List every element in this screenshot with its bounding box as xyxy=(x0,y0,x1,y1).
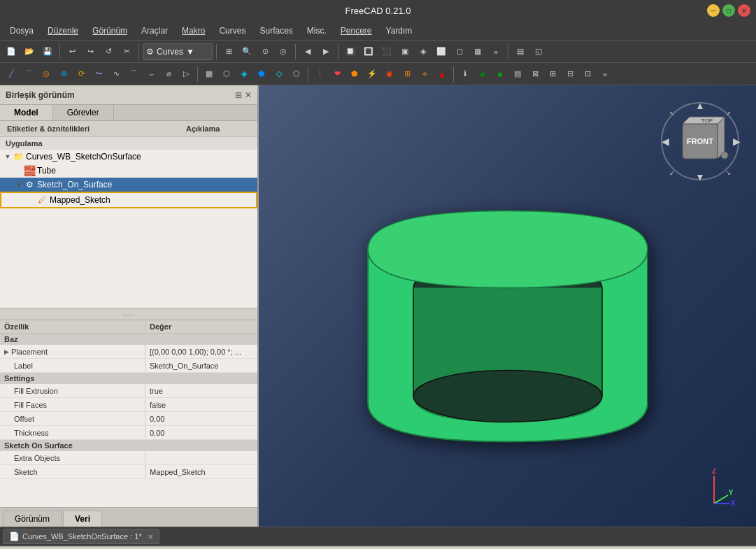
tb-left[interactable]: ◀ xyxy=(299,43,316,60)
curves-tb22[interactable]: ◉ xyxy=(381,66,398,83)
tb-right[interactable]: ▶ xyxy=(318,43,334,60)
curves-tb31[interactable]: ⊞ xyxy=(544,66,561,83)
curves-tb27[interactable]: ■ xyxy=(474,66,491,83)
curves-tb24[interactable]: ⟡ xyxy=(416,66,433,83)
tree-item-root[interactable]: ▼ 📁 Curves_WB_SketchOnSurface xyxy=(0,150,257,164)
tb-3d4[interactable]: ▣ xyxy=(397,43,413,60)
curves-tb30[interactable]: ⊠ xyxy=(527,66,543,83)
menu-pencere[interactable]: Pencere xyxy=(335,24,378,37)
nav-cube[interactable]: ▲ ▼ ◀ ▶ ↖ ↗ ↙ ↘ FRONT xyxy=(658,99,742,183)
bottom-tab-gorunum[interactable]: Görünüm xyxy=(3,511,62,527)
tb-3d3[interactable]: ⬛ xyxy=(378,43,395,60)
tab-gorevler[interactable]: Görevler xyxy=(53,105,114,120)
curves-tb25[interactable]: ▲ xyxy=(434,66,450,83)
curves-tb2[interactable]: ⌒ xyxy=(20,66,37,83)
doc-tab-close[interactable]: ✕ xyxy=(148,533,153,541)
bottom-tab-veri[interactable]: Veri xyxy=(63,511,102,527)
viewport[interactable]: ▲ ▼ ◀ ▶ ↖ ↗ ↙ ↘ FRONT xyxy=(259,85,756,527)
curves-tb7[interactable]: ∿ xyxy=(108,66,124,83)
tb-nav3[interactable]: ⊙ xyxy=(257,43,273,60)
expander-sketch[interactable]: ▼ xyxy=(14,180,24,190)
workbench-dropdown[interactable]: ⚙ Curves ▼ xyxy=(143,43,213,60)
tb-nav2[interactable]: 🔍 xyxy=(238,43,255,60)
tb-cut[interactable]: ✂ xyxy=(118,43,135,60)
curves-tb1[interactable]: ╱ xyxy=(3,66,20,83)
curves-tb12[interactable]: ▦ xyxy=(201,66,217,83)
curves-tb5[interactable]: ⟳ xyxy=(73,66,90,83)
menu-misc[interactable]: Misc. xyxy=(301,24,332,37)
tb-undo[interactable]: ↩ xyxy=(64,43,80,60)
panel-expand-icon[interactable]: ⊞ xyxy=(235,90,242,100)
doc-tab-item[interactable]: 📄 Curves_WB_SketchOnSurface : 1* ✕ xyxy=(3,529,159,544)
curves-tb11[interactable]: ▷ xyxy=(178,66,194,83)
curves-tb15[interactable]: ⬟ xyxy=(253,66,270,83)
curves-tb8[interactable]: ⌒ xyxy=(125,66,142,83)
props-row-extra-obj[interactable]: Extra Objects xyxy=(0,451,257,465)
curves-tb3[interactable]: ◎ xyxy=(38,66,55,83)
props-row-thickness[interactable]: Thickness 0,00 xyxy=(0,426,257,440)
tree-item-sketch-on-surface[interactable]: ▼ ⚙ Sketch_On_Surface xyxy=(0,178,257,192)
curves-tb9[interactable]: ⌣ xyxy=(143,66,159,83)
tb-3d5[interactable]: ◈ xyxy=(415,43,432,60)
menu-araclar[interactable]: Araçlar xyxy=(136,24,173,37)
curves-tb10[interactable]: ⌀ xyxy=(160,66,177,83)
tb-3d2[interactable]: 🔳 xyxy=(360,43,377,60)
curves-tb16[interactable]: ◇ xyxy=(271,66,287,83)
menu-yardim[interactable]: Yardım xyxy=(380,24,418,37)
tb-extra2[interactable]: ◱ xyxy=(530,43,547,60)
menu-surfaces[interactable]: Surfaces xyxy=(254,24,298,37)
minimize-button[interactable]: ─ xyxy=(707,4,720,17)
tb-refresh[interactable]: ↺ xyxy=(100,43,117,60)
curves-tb20[interactable]: ⬟ xyxy=(346,66,363,83)
tb-nav4[interactable]: ◎ xyxy=(275,43,292,60)
tab-model[interactable]: Model xyxy=(0,105,53,120)
menu-makro[interactable]: Makro xyxy=(176,24,211,37)
curves-tb14[interactable]: ◈ xyxy=(236,66,252,83)
menu-dosya[interactable]: Dosya xyxy=(4,24,39,37)
curves-tb4[interactable]: ⊕ xyxy=(55,66,72,83)
curves-tb19[interactable]: ❤ xyxy=(329,66,345,83)
panel-divider[interactable]: ----- xyxy=(0,308,257,320)
tree-item-mapped-sketch[interactable]: 🖊 Mapped_Sketch xyxy=(0,192,257,208)
props-row-sketch[interactable]: Sketch Mapped_Sketch xyxy=(0,465,257,479)
tb-redo[interactable]: ↪ xyxy=(82,43,99,60)
menu-gorunum[interactable]: Görünüm xyxy=(87,24,133,37)
tb-save[interactable]: 💾 xyxy=(39,43,56,60)
tb-3d8[interactable]: ▦ xyxy=(469,43,486,60)
curves-tb13[interactable]: ⬡ xyxy=(218,66,235,83)
tb-3d7[interactable]: ◻ xyxy=(451,43,468,60)
tb-extra1[interactable]: ▤ xyxy=(512,43,529,60)
tree-item-tube[interactable]: 🧱 Tube xyxy=(0,164,257,178)
props-row-placement[interactable]: ▶ Placement [(0,00 0,00 1,00); 0,00 °; .… xyxy=(0,345,257,359)
close-button[interactable]: ✕ xyxy=(738,4,750,17)
expander-root[interactable]: ▼ xyxy=(3,152,13,162)
props-row-fill-ext[interactable]: Fill Extrusion true xyxy=(0,384,257,398)
props-row-label[interactable]: Label Sketch_On_Surface xyxy=(0,359,257,373)
props-row-fill-faces[interactable]: Fill Faces false xyxy=(0,398,257,412)
curves-tb32[interactable]: ⊟ xyxy=(562,66,578,83)
tb-3d6[interactable]: ⬜ xyxy=(433,43,450,60)
props-row-offset[interactable]: Offset 0,00 xyxy=(0,412,257,426)
curves-tb33[interactable]: ⊡ xyxy=(579,66,596,83)
curves-tb28[interactable]: ■ xyxy=(492,66,508,83)
doc-tab-icon: 📄 xyxy=(9,532,20,541)
curves-tb6[interactable]: 〜 xyxy=(90,66,107,83)
tb-nav1[interactable]: ⊞ xyxy=(220,43,237,60)
curves-tb17[interactable]: ⬠ xyxy=(288,66,305,83)
curves-tb26[interactable]: ℹ xyxy=(457,66,473,83)
curves-tb23[interactable]: ⊞ xyxy=(399,66,415,83)
tb-open[interactable]: 📂 xyxy=(21,43,38,60)
curves-tb-more[interactable]: » xyxy=(597,66,613,83)
menu-duzenle[interactable]: Düzenle xyxy=(42,24,84,37)
curves-tb29[interactable]: ▤ xyxy=(509,66,526,83)
maximize-button[interactable]: □ xyxy=(722,4,735,17)
tb-more[interactable]: » xyxy=(487,43,504,60)
curves-tb18[interactable]: ⋮ xyxy=(311,66,328,83)
panel-close-icon[interactable]: ✕ xyxy=(245,90,252,100)
tb-3d1[interactable]: 🔲 xyxy=(342,43,359,60)
expand-arrow-placement[interactable]: ▶ xyxy=(4,348,9,355)
tb-new[interactable]: 📄 xyxy=(3,43,20,60)
curves-tb21[interactable]: ⚡ xyxy=(364,66,380,83)
menu-curves[interactable]: Curves xyxy=(213,24,251,37)
expander-tube[interactable] xyxy=(14,166,24,176)
